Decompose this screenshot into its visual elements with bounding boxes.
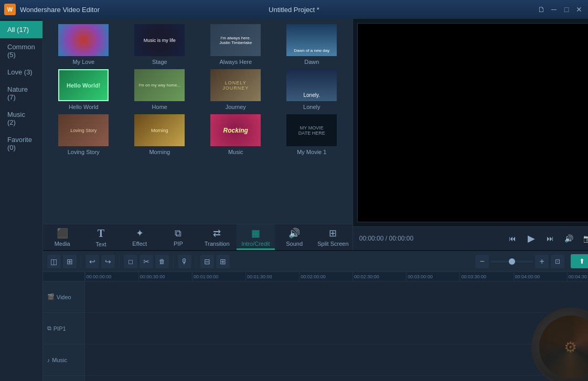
- tool-media[interactable]: ⬛ Media: [43, 224, 82, 250]
- pip1-track-icon: ⧉: [47, 325, 51, 332]
- pip-icon: ⧉: [175, 228, 181, 239]
- fit-view-button[interactable]: ◫: [47, 255, 61, 268]
- video-track-label: Video: [57, 294, 71, 300]
- sidebar-item-common[interactable]: Common (5): [0, 38, 42, 63]
- tracks-area: ⚙: [85, 281, 588, 381]
- template-thumb-stage[interactable]: Music is my life: [133, 23, 186, 57]
- play-button[interactable]: ▶: [524, 231, 539, 246]
- sidebar-item-music[interactable]: Music (2): [0, 106, 42, 131]
- preview-screen: [357, 23, 588, 222]
- list-item[interactable]: Lonely. Lonely: [275, 68, 348, 110]
- list-item[interactable]: I'm on my way home... Home: [123, 68, 196, 110]
- ruler-mark: 00:02:00:00: [299, 272, 326, 281]
- list-item[interactable]: MY MOVIEDATE HERE My Movie 1: [275, 113, 348, 155]
- track-label-music: ♪ Music: [43, 344, 84, 376]
- zoom-thumb[interactable]: [509, 258, 515, 265]
- list-item[interactable]: LONELYJOURNEY Journey: [199, 68, 272, 110]
- zoom-in-button[interactable]: +: [535, 255, 549, 268]
- detach-button[interactable]: ⊟: [200, 255, 214, 268]
- fit-zoom-button[interactable]: ⊡: [551, 255, 564, 268]
- ruler-mark: 00:00:30:00: [138, 272, 165, 281]
- export-icon: ⬆: [579, 257, 585, 265]
- transition-icon: ⇄: [213, 227, 221, 239]
- list-item[interactable]: Rocking Music: [199, 113, 272, 155]
- maximize-button[interactable]: □: [562, 5, 571, 14]
- timeline-toolbar: ◫ ⊞ ↩ ↪ ◻ ✂ 🗑 🎙 ⊟ ⊞ − +: [43, 251, 588, 272]
- ruler-mark: 00:03:30:00: [459, 272, 486, 281]
- sidebar-item-love[interactable]: Love (3): [0, 63, 42, 81]
- restore-button[interactable]: 🗋: [537, 5, 546, 14]
- tool-transition[interactable]: ⇄ Transition: [198, 224, 237, 250]
- tool-label: Effect: [132, 241, 147, 247]
- template-label: Loving Story: [68, 149, 100, 155]
- sidebar-item-nature[interactable]: Nature (7): [0, 81, 42, 106]
- content-panel: My Love Music is my life Stage I'm alway…: [43, 19, 352, 250]
- cut-button[interactable]: ◻: [124, 255, 137, 268]
- text-icon: T: [98, 227, 104, 240]
- tool-effect[interactable]: ✦ Effect: [120, 224, 159, 250]
- template-thumb-lonely[interactable]: Lonely.: [285, 68, 338, 102]
- app-icon: W: [4, 4, 16, 15]
- list-item[interactable]: Hello World! Hello World: [47, 68, 120, 110]
- tool-label: Transition: [205, 241, 230, 247]
- separator: [81, 256, 81, 267]
- ruler-mark: 00:04:30:00: [567, 272, 588, 281]
- list-item[interactable]: I'm always here.Justin Timberlake Always…: [199, 23, 272, 65]
- time-display: 00:00:00 / 00:00:00: [359, 235, 501, 242]
- tool-intro[interactable]: ▦ Intro/Credit: [237, 224, 275, 250]
- list-item[interactable]: Dawn of a new day Dawn: [275, 23, 348, 65]
- list-item[interactable]: Loving Story Loving Story: [47, 113, 120, 155]
- undo-button[interactable]: ↩: [85, 255, 99, 268]
- minimize-button[interactable]: ─: [549, 5, 559, 14]
- main-area: All (17) Common (5) Love (3) Nature (7) …: [0, 19, 588, 381]
- grid-view-button[interactable]: ⊞: [63, 255, 77, 268]
- add-track-button[interactable]: ⊞: [216, 255, 230, 268]
- template-label: My Love: [72, 59, 94, 65]
- record-button[interactable]: 🎙: [178, 255, 191, 268]
- tool-sound[interactable]: 🔊 Sound: [275, 224, 314, 250]
- tool-text[interactable]: T Text: [82, 224, 121, 250]
- list-item[interactable]: Morning Morning: [123, 113, 196, 155]
- intro-icon: ▦: [251, 227, 260, 239]
- tool-splitscreen[interactable]: ⊞ Split Screen: [314, 224, 352, 250]
- track-label-video: 🎬 Video: [43, 281, 84, 313]
- template-thumb-dawn[interactable]: Dawn of a new day: [285, 23, 338, 57]
- snapshot-button[interactable]: 📷: [581, 231, 588, 246]
- delete-button[interactable]: 🗑: [155, 255, 169, 268]
- list-item[interactable]: Music is my life Stage: [123, 23, 196, 65]
- export-button[interactable]: ⬆ Export: [571, 254, 588, 268]
- template-thumb-alwayshere[interactable]: I'm always here.Justin Timberlake: [209, 23, 262, 57]
- close-button[interactable]: ✕: [574, 5, 584, 14]
- splitscreen-icon: ⊞: [329, 227, 337, 239]
- template-label: Journey: [226, 104, 246, 110]
- tool-pip[interactable]: ⧉ PIP: [159, 224, 198, 250]
- track-labels: 🎬 Video ⧉ PIP1 ♪ Music: [43, 272, 85, 381]
- list-item[interactable]: My Love: [47, 23, 120, 65]
- template-thumb-mymovie[interactable]: MY MOVIEDATE HERE: [285, 113, 338, 147]
- template-thumb-mylove[interactable]: [57, 23, 110, 57]
- next-frame-button[interactable]: ⏭: [543, 231, 558, 246]
- redo-button[interactable]: ↪: [101, 255, 115, 268]
- zoom-out-button[interactable]: −: [475, 255, 489, 268]
- zoom-slider[interactable]: [491, 260, 533, 263]
- template-thumb-morning[interactable]: Morning: [133, 113, 186, 147]
- window-controls: 🗋 ─ □ ✕: [537, 5, 584, 14]
- template-thumb-helloworld[interactable]: Hello World!: [57, 68, 110, 102]
- preview-controls: 00:00:00 / 00:00:00 ⏮ ▶ ⏭ 🔊 📷 ⛶: [353, 226, 588, 250]
- tool-label: Text: [95, 241, 106, 247]
- tool-label: Intro/Credit: [241, 241, 270, 247]
- template-thumb-lovingstory[interactable]: Loving Story: [57, 113, 110, 147]
- sidebar-item-all[interactable]: All (17): [0, 21, 42, 38]
- template-thumb-music[interactable]: Rocking: [209, 113, 262, 147]
- zoom-control: − + ⊡: [475, 255, 564, 268]
- volume-button[interactable]: 🔊: [562, 231, 576, 246]
- tool-label: Sound: [286, 241, 303, 247]
- scissors-button[interactable]: ✂: [140, 255, 153, 268]
- media-icon: ⬛: [57, 227, 68, 239]
- sidebar-item-favorite[interactable]: Favorite (0): [0, 131, 42, 156]
- template-grid: My Love Music is my life Stage I'm alway…: [43, 19, 352, 224]
- template-thumb-journey[interactable]: LONELYJOURNEY: [209, 68, 262, 102]
- ruler-mark: 00:04:00:00: [514, 272, 540, 281]
- prev-frame-button[interactable]: ⏮: [505, 231, 520, 246]
- template-thumb-home[interactable]: I'm on my way home...: [133, 68, 186, 102]
